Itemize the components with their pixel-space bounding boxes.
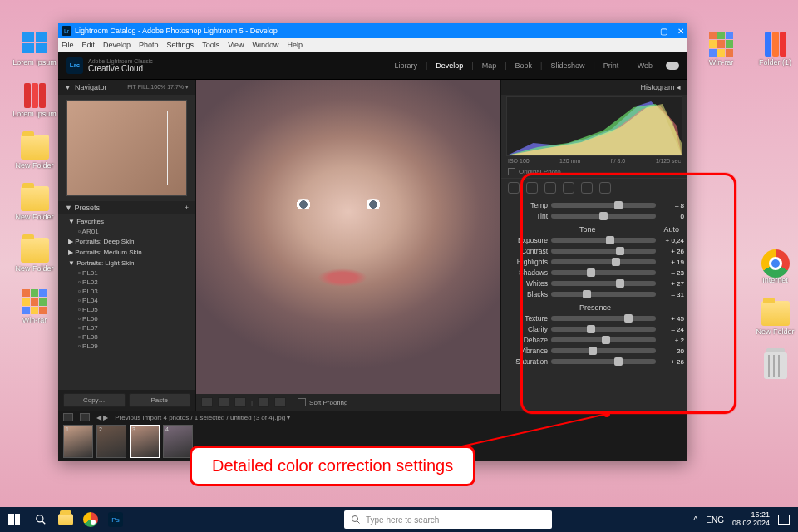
taskbar-photoshop-icon[interactable]: Ps [103, 507, 128, 532]
titlebar[interactable]: Lr Lightroom Catalog - Adobe Photoshop L… [58, 23, 687, 38]
soft-proofing-label: Soft Proofing [309, 399, 347, 406]
taskbar-chrome-icon[interactable] [78, 507, 103, 532]
filmstrip-nav[interactable]: ◀ ▶ [96, 414, 108, 421]
desktop-icon-label: New Folder [752, 328, 798, 336]
preset-item[interactable]: ▫ PL08 [65, 332, 195, 342]
menu-tools[interactable]: Tools [202, 41, 219, 49]
preset-item[interactable]: ▫ AR01 [65, 227, 195, 236]
preset-group[interactable]: ▼ Favorites [65, 216, 195, 227]
menu-help[interactable]: Help [288, 41, 303, 49]
yy-button[interactable] [258, 397, 269, 407]
navigator-title: Navigator [75, 83, 107, 91]
tray-notifications-icon[interactable] [778, 515, 790, 525]
preset-group[interactable]: ▼ Portraits: Light Skin [65, 258, 195, 268]
module-develop[interactable]: Develop [436, 62, 463, 70]
menu-window[interactable]: Window [253, 41, 279, 49]
svg-point-4 [352, 516, 358, 522]
desktop-icon-flag[interactable]: Lorem Ipsum [12, 32, 57, 66]
callout-highlight-box [520, 173, 736, 414]
compare-button[interactable] [234, 397, 246, 407]
module-header: Lrc Adobe Lightroom Classic Creative Clo… [58, 52, 687, 80]
desktop-icon-winrar[interactable]: Win-rar [698, 32, 744, 66]
desktop-icon-folder[interactable]: New Folder [12, 238, 57, 273]
preset-item[interactable]: ▫ PL04 [65, 296, 195, 305]
module-map[interactable]: Map [482, 62, 497, 70]
preset-item[interactable]: ▫ PL03 [65, 287, 195, 296]
desktop-icon-trash[interactable] [752, 352, 798, 379]
presets-header[interactable]: ▼ Presets + [58, 201, 195, 214]
desktop-icon-binder-mix[interactable]: Folder (1) [752, 32, 798, 66]
menu-settings[interactable]: Settings [167, 41, 195, 49]
preset-item[interactable]: ▫ PL05 [65, 305, 195, 314]
secondary-display-button[interactable] [63, 413, 73, 421]
grid-button[interactable] [80, 413, 90, 421]
taskbar-explorer-icon[interactable] [53, 507, 78, 532]
preset-item[interactable]: ▫ PL02 [65, 278, 195, 287]
window-title: Lightroom Catalog - Adobe Photoshop Ligh… [75, 27, 278, 35]
preset-item[interactable]: ▫ PL09 [65, 342, 195, 351]
brand-line2: Creative Cloud [88, 64, 153, 73]
menu-file[interactable]: File [62, 41, 74, 49]
tray-overflow-icon[interactable]: ^ [694, 515, 698, 525]
preset-item[interactable]: ▫ PL06 [65, 314, 195, 323]
desktop-icon-label: Lorem Ipsum [12, 58, 57, 66]
svg-point-2 [37, 515, 43, 522]
maximize-button[interactable]: ▢ [660, 27, 667, 36]
module-web[interactable]: Web [638, 62, 653, 70]
soft-proofing-checkbox[interactable] [298, 398, 306, 406]
histogram[interactable] [506, 96, 682, 156]
histogram-header[interactable]: Histogram ◂ [501, 80, 687, 95]
crop-tool-icon[interactable] [508, 182, 520, 194]
menu-view[interactable]: View [228, 41, 244, 49]
histogram-meta-item: f / 8.0 [611, 158, 626, 164]
swap-button[interactable] [274, 397, 286, 407]
callout-label: Detailed color correction settings [190, 446, 475, 486]
menu-develop[interactable]: Develop [103, 41, 131, 49]
copy-button[interactable]: Copy… [63, 393, 126, 407]
close-button[interactable]: ✕ [677, 27, 684, 36]
menu-photo[interactable]: Photo [139, 41, 159, 49]
desktop-icon-winrar[interactable]: Win-rar [12, 289, 57, 324]
preset-item[interactable]: ▫ PL01 [65, 268, 195, 278]
preset-group[interactable]: ▶ Portraits: Deep Skin [65, 236, 195, 247]
preset-item[interactable]: ▫ PL07 [65, 323, 195, 332]
filmstrip-thumb[interactable]: 1 [63, 425, 93, 458]
taskbar-search-icon[interactable] [28, 507, 53, 532]
original-photo-checkbox[interactable] [508, 168, 515, 175]
before-after-button[interactable] [218, 397, 229, 407]
filmstrip-thumb[interactable]: 3 [130, 425, 160, 458]
desktop-icon-folder[interactable]: New Folder [12, 186, 57, 221]
svg-line-3 [42, 521, 46, 525]
start-button[interactable] [0, 507, 28, 532]
paste-button[interactable]: Paste [129, 393, 191, 407]
search-placeholder: Type here to search [366, 515, 439, 525]
module-slideshow[interactable]: Slideshow [550, 62, 584, 70]
navigator-zoom[interactable]: FIT FILL 100% 17.7% ▾ [127, 84, 189, 91]
navigator-header[interactable]: ▼ Navigator FIT FILL 100% 17.7% ▾ [58, 80, 195, 95]
preset-list: ▼ Favorites▫ AR01▶ Portraits: Deep Skin▶… [58, 214, 195, 390]
desktop-icon-chrome[interactable]: Internet [752, 249, 798, 284]
desktop-icon-binder-red[interactable]: Lorem Ipsum [12, 83, 57, 118]
minimize-button[interactable]: — [642, 27, 650, 36]
desktop-icon-label: Win-rar [698, 58, 744, 66]
module-print[interactable]: Print [603, 62, 619, 70]
main-image[interactable] [196, 80, 500, 394]
tray-language[interactable]: ENG [706, 515, 724, 525]
desktop-icon-label: Lorem Ipsum [12, 110, 57, 118]
taskbar-search-box[interactable]: Type here to search [344, 510, 552, 529]
module-book[interactable]: Book [515, 62, 533, 70]
tray-clock[interactable]: 15:21 08.02.2024 [732, 511, 770, 528]
module-library[interactable]: Library [394, 62, 417, 70]
filmstrip-thumb[interactable]: 4 [163, 425, 193, 458]
add-preset-button[interactable]: + [185, 204, 189, 212]
preset-group[interactable]: ▶ Portraits: Medium Skin [65, 247, 195, 258]
navigator-preview[interactable] [66, 100, 187, 196]
cloud-sync-icon[interactable] [666, 62, 679, 70]
filmstrip-info[interactable]: Previous Import 4 photos / 1 selected / … [115, 414, 290, 421]
desktop-icon-folder[interactable]: New Folder [12, 135, 57, 170]
loupe-view-button[interactable] [201, 397, 213, 407]
desktop-icon-folder[interactable]: New Folder [752, 301, 798, 336]
filmstrip-thumb[interactable]: 2 [96, 425, 126, 458]
menu-edit[interactable]: Edit [82, 41, 96, 49]
histogram-meta: ISO 100120 mmf / 8.01/125 sec [501, 156, 687, 165]
